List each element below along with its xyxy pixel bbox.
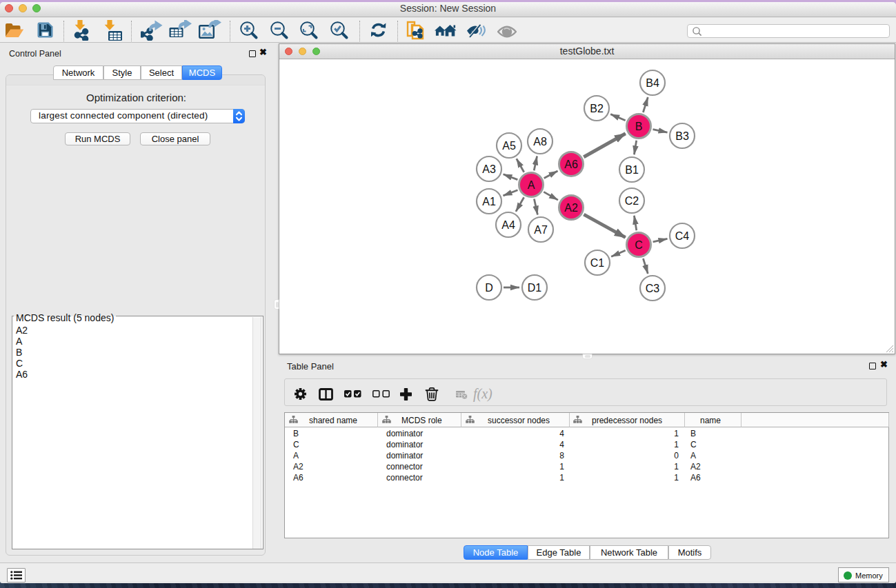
svg-text:A3: A3 <box>482 163 496 175</box>
svg-text:A4: A4 <box>501 219 515 231</box>
svg-text:C1: C1 <box>590 257 605 269</box>
svg-text:A6: A6 <box>564 159 578 170</box>
svg-text:A7: A7 <box>534 224 548 236</box>
svg-text:C4: C4 <box>675 230 690 242</box>
svg-text:B: B <box>635 121 643 132</box>
svg-text:A8: A8 <box>533 136 547 148</box>
svg-text:D1: D1 <box>528 282 542 294</box>
svg-text:D: D <box>485 282 493 294</box>
svg-text:A2: A2 <box>564 202 578 214</box>
svg-text:C3: C3 <box>646 283 660 294</box>
svg-text:A5: A5 <box>502 140 516 152</box>
svg-text:C: C <box>635 239 643 251</box>
svg-text:B3: B3 <box>675 130 689 142</box>
svg-text:B1: B1 <box>625 164 639 176</box>
svg-text:B4: B4 <box>646 77 659 89</box>
svg-text:C2: C2 <box>625 195 639 207</box>
svg-text:A: A <box>528 179 535 191</box>
svg-text:B2: B2 <box>590 103 604 114</box>
svg-text:A1: A1 <box>482 196 496 207</box>
